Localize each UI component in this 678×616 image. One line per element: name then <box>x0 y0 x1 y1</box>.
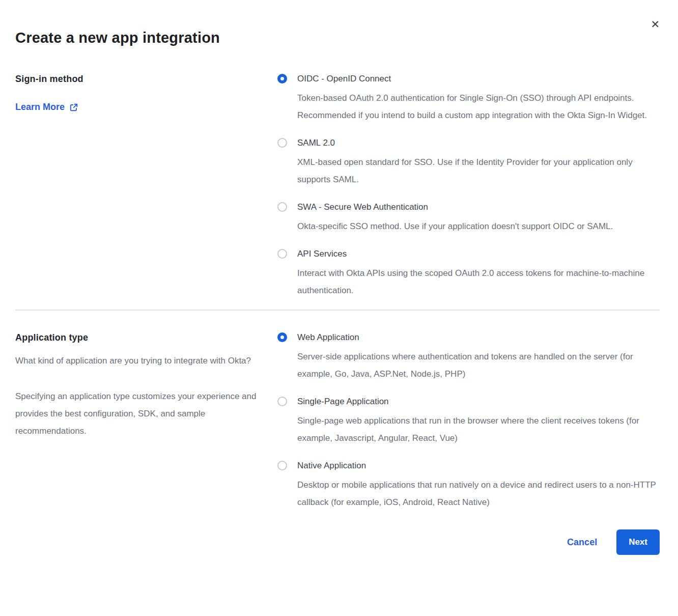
option-label: SAML 2.0 <box>297 136 660 150</box>
radio-selected-icon[interactable] <box>277 332 287 342</box>
option-description: Interact with Okta APIs using the scoped… <box>297 265 660 299</box>
application-type-heading: Application type <box>15 331 277 344</box>
page-title: Create a new app integration <box>15 27 660 48</box>
radio-option-swa[interactable]: SWA - Secure Web Authentication Okta-spe… <box>277 201 660 235</box>
radio-option-api-services[interactable]: API Services Interact with Okta APIs usi… <box>277 247 660 299</box>
radio-option-native-application[interactable]: Native Application Desktop or mobile app… <box>277 459 660 511</box>
dialog-footer: Cancel Next <box>15 529 660 555</box>
application-type-options: Web Application Server-side applications… <box>277 331 660 511</box>
option-label: API Services <box>297 247 660 261</box>
application-type-explanation: Specifying an application type customize… <box>15 388 260 440</box>
option-label: SWA - Secure Web Authentication <box>297 201 613 214</box>
option-description: XML-based open standard for SSO. Use if … <box>297 154 660 188</box>
application-type-question: What kind of application are you trying … <box>15 352 260 370</box>
option-description: Token-based OAuth 2.0 authentication for… <box>297 90 660 124</box>
option-label: Native Application <box>297 459 660 472</box>
option-description: Single-page web applications that run in… <box>297 412 660 447</box>
cancel-button[interactable]: Cancel <box>567 537 597 548</box>
option-description: Server-side applications where authentic… <box>297 348 660 383</box>
radio-unselected-icon[interactable] <box>277 461 287 470</box>
radio-unselected-icon[interactable] <box>277 249 287 259</box>
radio-option-oidc[interactable]: OIDC - OpenID Connect Token-based OAuth … <box>277 72 660 124</box>
radio-option-web-application[interactable]: Web Application Server-side applications… <box>277 331 660 383</box>
external-link-icon <box>69 103 78 112</box>
signin-method-heading: Sign-in method <box>15 72 277 86</box>
learn-more-label: Learn More <box>15 102 65 113</box>
radio-unselected-icon[interactable] <box>277 202 287 212</box>
radio-unselected-icon[interactable] <box>277 397 287 406</box>
close-icon[interactable]: ✕ <box>651 19 660 30</box>
option-label: Web Application <box>297 331 660 344</box>
option-label: OIDC - OpenID Connect <box>297 72 660 86</box>
radio-option-saml[interactable]: SAML 2.0 XML-based open standard for SSO… <box>277 136 660 188</box>
signin-method-left-column: Sign-in method Learn More <box>15 72 277 299</box>
signin-method-options: OIDC - OpenID Connect Token-based OAuth … <box>277 72 660 299</box>
learn-more-link[interactable]: Learn More <box>15 102 78 113</box>
option-description: Desktop or mobile applications that run … <box>297 477 660 511</box>
application-type-left-column: Application type What kind of applicatio… <box>15 331 277 511</box>
create-app-integration-dialog: ✕ Create a new app integration Sign-in m… <box>0 0 678 616</box>
option-description: Okta-specific SSO method. Use if your ap… <box>297 218 613 235</box>
option-label: Single-Page Application <box>297 395 660 408</box>
radio-option-single-page-application[interactable]: Single-Page Application Single-page web … <box>277 395 660 447</box>
radio-unselected-icon[interactable] <box>277 138 287 148</box>
application-type-section: Application type What kind of applicatio… <box>15 331 660 511</box>
section-divider <box>15 310 660 311</box>
radio-selected-icon[interactable] <box>277 74 287 83</box>
signin-method-section: Sign-in method Learn More OIDC - OpenID … <box>15 72 660 299</box>
next-button[interactable]: Next <box>616 529 660 555</box>
